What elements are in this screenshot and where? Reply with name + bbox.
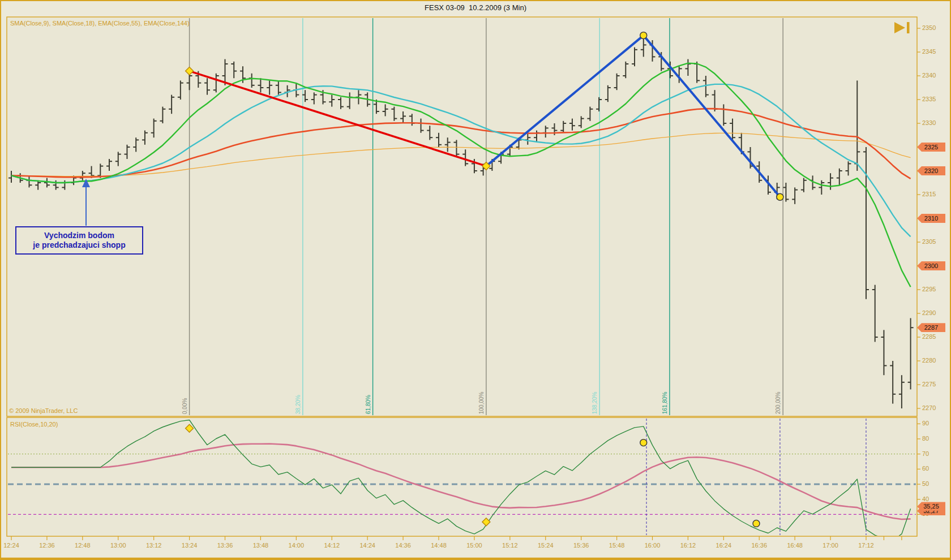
- time-axis-label: 14:48: [426, 542, 451, 549]
- time-axis-label: 12:48: [70, 542, 95, 549]
- fib-level-label: 100,00%: [478, 392, 485, 414]
- price-axis-tick-label: 2275: [922, 381, 936, 387]
- time-axis-label: 15:48: [605, 542, 629, 549]
- time-axis-label: 15:36: [569, 542, 594, 549]
- chart-window: FESX 03-09 10.2.2009 (3 Min) SMA(Close,9…: [0, 0, 951, 560]
- rsi-axis-tick-label: 40: [922, 496, 929, 502]
- price-indicator-label: SMA(Close,9), SMA(Close,18), EMA(Close,5…: [10, 20, 190, 27]
- time-axis-label: 13:12: [142, 542, 166, 549]
- price-axis-tick-label: 2290: [922, 309, 936, 316]
- price-axis-tick-label: 2340: [922, 72, 936, 79]
- time-axis-label: 13:36: [212, 542, 237, 549]
- fib-level-label: 161,80%: [662, 392, 668, 414]
- time-axis-label: 15:00: [462, 542, 487, 549]
- price-marker: 2320: [917, 166, 945, 175]
- time-axis-label: 17:00: [818, 542, 843, 549]
- fib-level-label: 38,20%: [295, 395, 301, 414]
- fib-level-label: 0,00%: [182, 398, 188, 414]
- price-axis-tick-label: 2305: [922, 238, 936, 245]
- time-axis-label: 16:36: [747, 542, 772, 549]
- price-axis-tick-label: 2315: [922, 191, 936, 197]
- labels-layer: SMA(Close,9), SMA(Close,18), EMA(Close,5…: [1, 1, 950, 559]
- rsi-axis-tick-label: 60: [922, 465, 929, 472]
- rsi-value-marker: 35,25: [917, 502, 945, 511]
- price-marker: 2300: [917, 261, 945, 270]
- rsi-indicator-label: RSI(Close,10,20): [10, 421, 58, 428]
- time-axis-label: 13:48: [248, 542, 273, 549]
- time-axis-label: 12:36: [35, 542, 59, 549]
- annotation-box[interactable]: Vychodzim bodom je predchadzajuci shopp: [15, 226, 143, 255]
- rsi-axis-tick-label: 70: [922, 450, 929, 457]
- price-marker: 2310: [917, 214, 945, 223]
- time-axis-label: 14:36: [391, 542, 415, 549]
- price-marker: 2287: [917, 323, 945, 332]
- time-axis-label: 14:12: [319, 542, 344, 549]
- time-axis-label: 13:24: [177, 542, 202, 549]
- price-axis-tick-label: 2295: [922, 286, 936, 292]
- price-axis-tick-label: 2285: [922, 333, 936, 340]
- time-axis-label: 14:00: [284, 542, 309, 549]
- time-axis-label: 17:12: [854, 542, 879, 549]
- copyright-label: © 2009 NinjaTrader, LLC: [9, 407, 78, 414]
- time-axis-label: 16:48: [782, 542, 807, 549]
- time-axis-label: 15:12: [498, 542, 522, 549]
- rsi-axis-tick-label: 50: [922, 480, 929, 487]
- rsi-axis-tick-label: 80: [922, 435, 929, 442]
- price-marker: 2325: [917, 143, 945, 152]
- time-axis-label: 16:12: [675, 542, 700, 549]
- rsi-axis-tick-label: 90: [922, 420, 929, 427]
- price-axis-tick-label: 2330: [922, 119, 936, 126]
- time-axis-label: 15:24: [533, 542, 558, 549]
- price-axis-tick-label: 2280: [922, 357, 936, 364]
- time-axis-label: 14:24: [355, 542, 380, 549]
- fib-level-label: 200,00%: [775, 392, 781, 414]
- time-axis-label: 13:00: [106, 542, 131, 549]
- price-axis-tick-label: 2335: [922, 96, 936, 102]
- time-axis-label: 12:24: [0, 542, 24, 549]
- price-axis-tick-label: 2270: [922, 404, 936, 411]
- annotation-line1: Vychodzim bodom: [44, 231, 114, 240]
- fib-level-label: 138,20%: [592, 392, 598, 414]
- price-axis-tick-label: 2345: [922, 48, 936, 55]
- time-axis-label: 16:00: [640, 542, 665, 549]
- fib-level-label: 61,80%: [365, 395, 371, 414]
- annotation-line2: je predchadzajuci shopp: [33, 240, 125, 250]
- time-axis-label: 16:24: [711, 542, 736, 549]
- price-axis-tick-label: 2350: [922, 24, 936, 31]
